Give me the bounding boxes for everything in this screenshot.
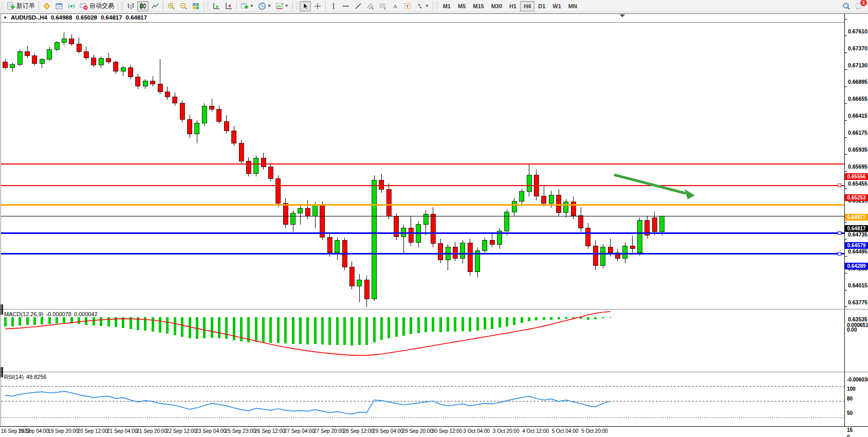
time-tick-label: 5 Oct 04:00 [552, 428, 579, 434]
chart-canvas[interactable] [0, 12, 868, 437]
price-tick-label: 0.67370 [848, 45, 868, 51]
tf-button-H4[interactable]: H4 [520, 1, 534, 11]
price-badge-0.64579: 0.64579 [845, 242, 868, 249]
crosshair-button[interactable] [312, 1, 323, 11]
rsi-axis-label: 0 [847, 434, 850, 437]
new-chart-button[interactable]: ▼ [239, 1, 255, 11]
price-line-handle[interactable] [838, 232, 841, 235]
time-tick-label: 3 Oct 04:00 [463, 428, 490, 434]
trendline-button[interactable] [353, 1, 364, 11]
search-icon [842, 2, 851, 10]
svg-text:E: E [372, 7, 374, 10]
auto-scroll-button[interactable] [211, 1, 222, 11]
time-tick-label: 21 Sep 20:00 [137, 428, 168, 434]
price-tick-label: 0.65455 [848, 180, 868, 187]
time-tick-label: 20 Sep 12:00 [78, 428, 108, 434]
search-button[interactable] [841, 1, 852, 11]
zoom-in-icon [167, 2, 175, 10]
candlestick-chart-icon [139, 2, 147, 10]
price-tick-label: 0.63535 [848, 316, 868, 322]
rsi-axis-label: 100 [847, 386, 856, 392]
notifications-button[interactable]: 1 [853, 1, 864, 11]
templates-button[interactable]: ▼ [274, 1, 290, 11]
tf-button-M15[interactable]: M15 [469, 1, 487, 11]
timeframe-bar: M1M5M15M30H1H4D1W1MN [439, 1, 581, 11]
equidistant-channel-button[interactable]: E [365, 1, 376, 11]
candles [3, 32, 664, 307]
price-line-handle[interactable] [838, 252, 841, 255]
tf-button-M30[interactable]: M30 [488, 1, 506, 11]
chart-info-line: ▼ AUDUSD-,H4 0.64988 0.65028 0.64817 0.6… [3, 14, 151, 21]
fibonacci-button[interactable]: F [377, 1, 389, 11]
chart-shift-marker[interactable] [620, 14, 625, 17]
text-icon: A [391, 2, 399, 10]
zoom-out-button[interactable] [178, 1, 189, 11]
cursor-icon [301, 2, 309, 10]
bar-chart-button[interactable] [125, 1, 136, 11]
new-order-button[interactable]: 新订单 [5, 1, 36, 11]
toolbar-grip[interactable] [1, 2, 4, 11]
vertical-line-icon [329, 2, 338, 10]
line-chart-button[interactable] [150, 1, 161, 11]
price-tick-label: 0.67130 [848, 62, 868, 68]
time-tick-label: 19 Sep 04:00 [19, 428, 49, 434]
templates-icon [275, 2, 284, 10]
pane-grip[interactable] [1, 367, 2, 377]
tf-button-W1[interactable]: W1 [549, 1, 565, 11]
trendline-icon [354, 2, 362, 10]
time-tick-label: 5 Oct 20:00 [581, 428, 608, 434]
tf-button-H1[interactable]: H1 [506, 1, 520, 11]
text-button[interactable]: A [390, 1, 401, 11]
zoom-out-icon [179, 2, 188, 10]
chart-profile-icon [43, 2, 51, 10]
svg-text:T: T [406, 4, 409, 9]
periods-button[interactable]: ▼ [256, 1, 273, 11]
chevron-down-icon: ▼ [267, 4, 271, 8]
trend-arrow-head[interactable] [685, 189, 695, 199]
chart-shift-icon [225, 2, 233, 10]
pane-grip[interactable] [2, 304, 3, 315]
market-watch-button[interactable] [53, 1, 65, 11]
rsi-axis-label: 80 [847, 396, 853, 402]
chart-window[interactable]: ▼ AUDUSD-,H4 0.64988 0.65028 0.64817 0.6… [0, 12, 868, 437]
rsi-label: RSI(14)49.8256 [4, 374, 49, 380]
close-value: 0.64817 [126, 14, 147, 21]
chart-shift-button[interactable] [223, 1, 234, 11]
price-badge-0.64817: 0.64817 [845, 225, 868, 232]
time-tick-label: 3 Oct 20:00 [493, 428, 520, 434]
time-tick-label: 30 Sep 12:00 [432, 428, 463, 434]
crosshair-icon [313, 2, 322, 10]
window-menu-icon[interactable]: ▼ [3, 15, 7, 20]
time-tick-label: 25 Sep 23:00 [225, 428, 256, 434]
pane-grip[interactable] [2, 367, 3, 377]
vertical-line-button[interactable] [328, 1, 339, 11]
tf-button-MN[interactable]: MN [565, 1, 581, 11]
tf-button-M1[interactable]: M1 [439, 1, 454, 11]
market-watch-icon [55, 2, 63, 10]
toolbar: 新订单 自动交易 [0, 0, 868, 12]
zoom-in-button[interactable] [165, 1, 177, 11]
price-line-handle[interactable] [838, 184, 841, 187]
line-chart-icon [151, 2, 159, 10]
tf-button-D1[interactable]: D1 [534, 1, 549, 11]
text-label-button[interactable]: T [402, 1, 413, 11]
autotrading-label: 自动交易 [89, 2, 114, 10]
chart-profile-button[interactable] [41, 1, 52, 11]
pane-grip[interactable] [1, 304, 2, 315]
autotrading-button[interactable]: 自动交易 [78, 1, 116, 11]
time-tick-label: 28 Sep 12:00 [343, 428, 374, 434]
candlestick-chart-button[interactable] [137, 1, 149, 11]
time-tick-label: 23 Sep 04:00 [195, 428, 226, 434]
tile-windows-button[interactable] [190, 1, 201, 11]
chevron-down-icon: ▼ [250, 4, 254, 8]
arrows-button[interactable]: ▼ [414, 1, 431, 11]
signals-button[interactable] [66, 1, 77, 11]
price-tick-label: 0.66415 [848, 113, 868, 119]
bar-chart-icon [126, 2, 135, 10]
cursor-button[interactable] [300, 1, 311, 11]
price-tick-label: 0.67610 [848, 28, 868, 34]
trend-arrow[interactable] [614, 175, 686, 193]
price-badge-0.65556: 0.65556 [845, 173, 868, 180]
horizontal-line-button[interactable] [340, 1, 352, 11]
tf-button-M5[interactable]: M5 [454, 1, 469, 11]
